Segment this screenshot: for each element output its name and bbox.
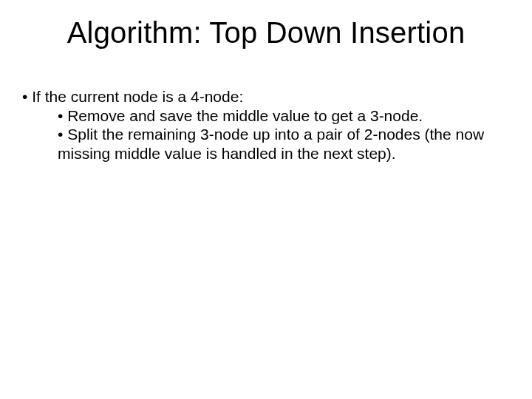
- slide-title: Algorithm: Top Down Insertion: [0, 16, 532, 50]
- bullet-level-2: • Remove and save the middle value to ge…: [58, 106, 510, 126]
- bullet-level-2: • Split the remaining 3-node up into a p…: [58, 125, 510, 163]
- slide-body: • If the current node is a 4-node: • Rem…: [22, 87, 510, 163]
- bullet-icon: •: [22, 88, 27, 105]
- bullet-icon: •: [58, 107, 63, 124]
- bullet-icon: •: [58, 126, 63, 143]
- bullet-text: If the current node is a 4-node:: [32, 88, 243, 105]
- bullet-text: Split the remaining 3-node up into a pai…: [58, 126, 484, 162]
- slide: Algorithm: Top Down Insertion • If the c…: [0, 0, 532, 399]
- bullet-text: Remove and save the middle value to get …: [67, 107, 423, 124]
- bullet-level-1: • If the current node is a 4-node:: [22, 87, 510, 106]
